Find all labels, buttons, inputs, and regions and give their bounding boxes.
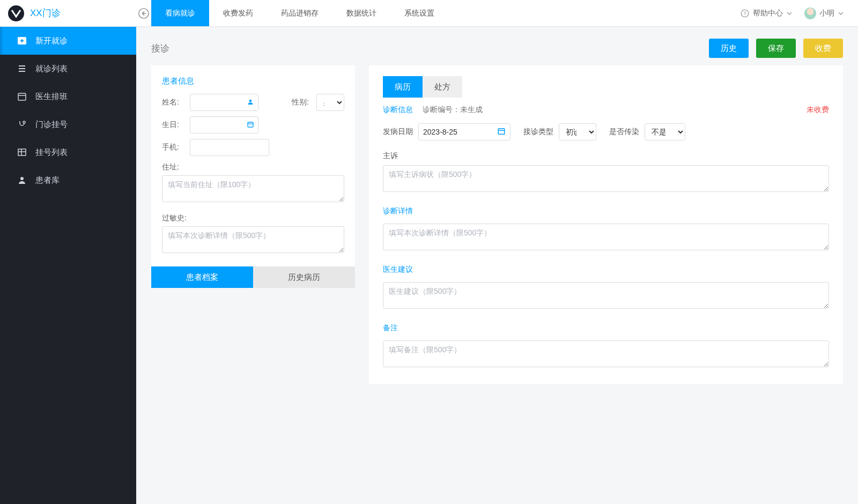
sidebar-item-schedule[interactable]: 医生排班 [0,83,136,110]
sidebar-item-label: 挂号列表 [35,147,68,158]
sidebar: 新开就诊 就诊列表 医生排班 门诊挂号 挂号列表 患者库 [0,27,136,504]
top-nav-item-stats[interactable]: 数据统计 [332,0,390,26]
infectious-field: 是否传染 不是 是 [609,123,685,140]
help-center-link[interactable]: ? 帮助中心 [740,9,793,18]
remark-textarea[interactable] [383,340,829,367]
user-menu[interactable]: 小明 [804,8,844,19]
address-label: 住址: [162,162,344,172]
top-header: XX门诊 看病就诊 收费发药 药品进销存 数据统计 系统设置 ? 帮助中心 小明 [0,0,858,27]
pay-status: 未收费 [807,105,829,115]
logo-icon [8,5,25,22]
sidebar-item-label: 就诊列表 [35,64,68,74]
arrow-left-circle-icon [138,8,150,19]
gender-select[interactable]: 男 女 [316,94,344,111]
tab-patient-file[interactable]: 患者档案 [151,266,253,288]
svg-rect-7 [18,149,26,155]
visit-type-field: 接诊类型 初诊 复诊 [523,123,596,140]
sidebar-item-patients[interactable]: 患者库 [0,166,136,194]
table-icon [17,147,27,157]
chief-label: 主诉 [383,151,829,161]
page: 接诊 历史 保存 收费 患者信息 姓名: 性别: 男 女 [136,0,858,399]
header-right: ? 帮助中心 小明 [740,0,858,26]
infectious-label: 是否传染 [609,127,639,137]
phone-input[interactable] [190,139,269,156]
patient-panel: 患者信息 姓名: 性别: 男 女 生日: [151,65,355,288]
avatar-icon [804,8,816,19]
onset-date-field: 发病日期 [383,123,511,140]
page-header: 接诊 历史 保存 收费 [136,27,858,65]
user-icon [17,175,27,185]
birth-label: 生日: [162,120,186,130]
help-icon: ? [740,9,750,18]
diagnosis-header: 诊断信息 诊断编号：未生成 未收费 [383,105,829,115]
gender-label: 性别: [292,98,309,107]
chief-textarea[interactable] [383,165,829,192]
allergy-textarea[interactable] [162,226,344,253]
remark-block [383,340,829,369]
stethoscope-icon [17,120,27,129]
sidebar-item-new-visit[interactable]: 新开就诊 [0,27,136,55]
visit-type-select[interactable]: 初诊 复诊 [559,123,596,140]
list-icon [17,64,27,73]
tab-medical-record[interactable]: 病历 [383,76,423,98]
header-left: XX门诊 [0,0,136,26]
advice-textarea[interactable] [383,282,829,309]
top-nav-item-charge[interactable]: 收费发药 [209,0,267,26]
patient-name-row: 姓名: 性别: 男 女 [162,94,344,111]
back-button[interactable] [136,0,151,26]
content: 患者信息 姓名: 性别: 男 女 生日: [136,65,858,399]
birth-input-wrap [190,116,258,134]
charge-button[interactable]: 收费 [803,39,843,58]
svg-rect-5 [18,93,26,100]
top-nav-item-visit[interactable]: 看病就诊 [151,0,209,26]
save-button[interactable]: 保存 [756,39,796,58]
patient-birth-row: 生日: [162,116,344,134]
detail-block [383,224,829,252]
diagnosis-info-label: 诊断信息 [383,105,413,115]
diagnosis-no: 诊断编号：未生成 [423,105,483,115]
svg-point-0 [8,5,24,21]
tab-prescription[interactable]: 处方 [423,76,462,98]
onset-date-input[interactable] [418,123,511,140]
visit-type-label: 接诊类型 [523,127,553,137]
top-nav-item-stock[interactable]: 药品进销存 [267,0,332,26]
advice-label: 医生建议 [383,265,829,275]
record-panel: 病历 处方 诊断信息 诊断编号：未生成 未收费 发病日期 [369,65,843,384]
patient-section-title: 患者信息 [162,76,344,86]
detail-textarea[interactable] [383,224,829,250]
sidebar-item-register-list[interactable]: 挂号列表 [0,138,136,166]
calendar-icon [17,92,27,101]
top-nav-item-settings[interactable]: 系统设置 [390,0,448,26]
help-label: 帮助中心 [753,9,783,18]
advice-block [383,282,829,310]
top-nav: 看病就诊 收费发药 药品进销存 数据统计 系统设置 [151,0,448,26]
name-input-wrap [190,94,258,111]
name-input[interactable] [190,94,258,111]
patient-phone-row: 手机: [162,139,344,156]
page-title: 接诊 [151,42,169,55]
onset-date-wrap [418,123,511,140]
infectious-select[interactable]: 不是 是 [645,123,685,140]
tab-history-records[interactable]: 历史病历 [253,266,355,288]
sidebar-item-register[interactable]: 门诊挂号 [0,110,136,138]
plus-square-icon [17,36,27,46]
svg-point-6 [23,121,25,123]
record-tabs: 病历 处方 [383,76,829,98]
remark-label: 备注 [383,323,829,333]
svg-text:?: ? [743,11,746,16]
user-name: 小明 [819,9,834,18]
sidebar-item-label: 门诊挂号 [35,120,68,130]
brand-title: XX门诊 [30,7,61,19]
chevron-down-icon [838,10,844,17]
sidebar-item-label: 医生排班 [35,92,68,102]
sidebar-item-visit-list[interactable]: 就诊列表 [0,55,136,83]
name-label: 姓名: [162,98,186,107]
address-textarea[interactable] [162,175,344,202]
sidebar-item-label: 新开就诊 [35,36,68,46]
chief-block: 主诉 [383,151,829,194]
history-button[interactable]: 历史 [709,39,749,58]
chevron-down-icon [786,10,793,17]
birth-input[interactable] [190,116,258,134]
page-actions: 历史 保存 收费 [709,39,843,58]
detail-label: 诊断详情 [383,206,829,216]
